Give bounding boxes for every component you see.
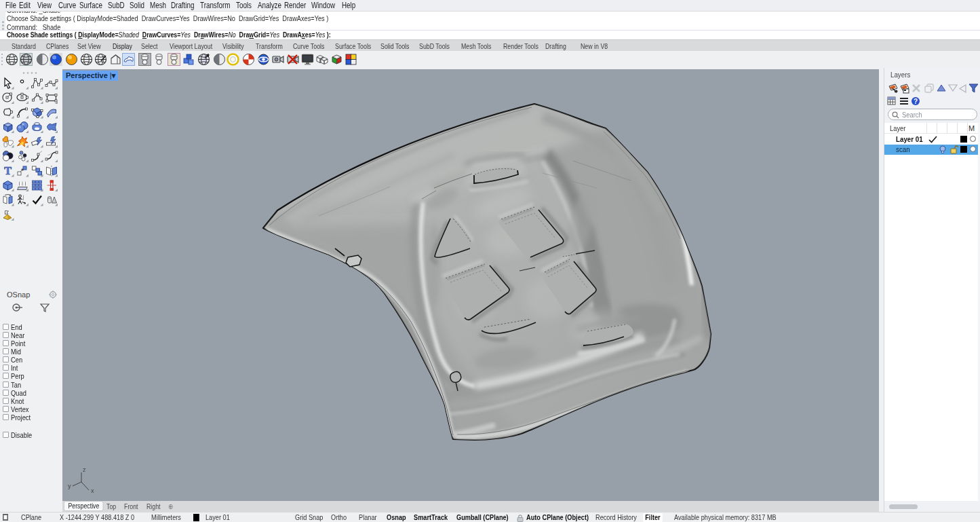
svg-text:?: ?: [914, 98, 918, 105]
svg-text:T: T: [4, 165, 12, 176]
svg-text:x: x: [91, 487, 94, 494]
svg-text:y: y: [68, 483, 71, 489]
svg-text:z: z: [83, 466, 86, 473]
